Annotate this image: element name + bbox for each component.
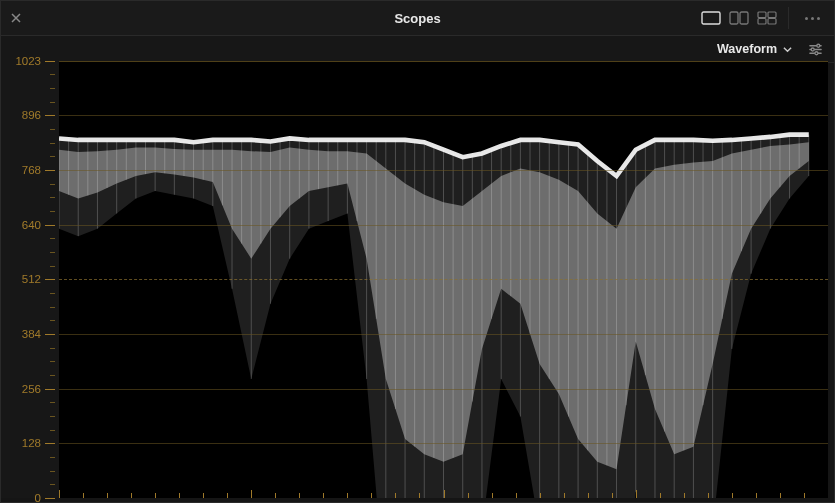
layout-dual-icon xyxy=(729,11,749,25)
layout-quad-icon xyxy=(757,11,777,25)
svg-point-11 xyxy=(811,48,814,51)
y-axis-minor-tick xyxy=(50,156,55,157)
scope-subbar: Waveform xyxy=(1,36,834,63)
y-axis-minor-tick xyxy=(50,457,55,458)
y-axis-minor-tick xyxy=(50,238,55,239)
y-axis-label: 0 xyxy=(35,492,41,503)
y-axis-tick xyxy=(45,279,55,280)
x-axis-tick-major xyxy=(59,490,60,498)
y-axis-tick xyxy=(45,389,55,390)
svg-rect-6 xyxy=(768,19,776,25)
gridline xyxy=(59,115,828,116)
layout-dual-button[interactable] xyxy=(728,10,750,26)
svg-point-10 xyxy=(816,44,819,47)
scope-type-dropdown[interactable]: Waveform xyxy=(713,40,796,58)
y-axis-label: 1023 xyxy=(15,55,41,67)
y-axis-minor-tick xyxy=(50,88,55,89)
y-axis-minor-tick xyxy=(50,402,55,403)
y-axis: 10238967686405123842561280 xyxy=(1,61,59,498)
scope-type-label: Waveform xyxy=(717,42,777,56)
y-axis-minor-tick xyxy=(50,416,55,417)
y-axis-minor-tick xyxy=(50,74,55,75)
y-axis-minor-tick xyxy=(50,293,55,294)
layout-button-group xyxy=(700,7,834,29)
x-axis-ticks xyxy=(59,490,828,498)
layout-quad-button[interactable] xyxy=(756,10,778,26)
gridline xyxy=(59,334,828,335)
scopes-panel: Scopes xyxy=(0,0,835,503)
x-axis-tick-major xyxy=(251,490,252,498)
y-axis-minor-tick xyxy=(50,361,55,362)
waveform-plot[interactable] xyxy=(59,61,828,498)
y-axis-label: 768 xyxy=(22,164,41,176)
y-axis-label: 256 xyxy=(22,383,41,395)
layout-single-icon xyxy=(701,11,721,25)
y-axis-label: 640 xyxy=(22,219,41,231)
y-axis-label: 128 xyxy=(22,437,41,449)
x-axis-tick-major xyxy=(636,490,637,498)
y-axis-minor-tick xyxy=(50,143,55,144)
more-options-button[interactable] xyxy=(799,17,826,20)
svg-rect-0 xyxy=(702,12,720,24)
y-axis-minor-tick xyxy=(50,320,55,321)
layout-single-button[interactable] xyxy=(700,10,722,26)
y-axis-minor-tick xyxy=(50,348,55,349)
gridline xyxy=(59,443,828,444)
y-axis-minor-tick xyxy=(50,197,55,198)
dot-icon xyxy=(817,17,820,20)
y-axis-tick xyxy=(45,443,55,444)
y-axis-tick xyxy=(45,225,55,226)
titlebar: Scopes xyxy=(1,1,834,36)
gridline xyxy=(59,170,828,171)
y-axis-minor-tick xyxy=(50,252,55,253)
gridline xyxy=(59,225,828,226)
y-axis-tick xyxy=(45,170,55,171)
svg-rect-4 xyxy=(768,12,776,18)
svg-rect-3 xyxy=(758,12,766,18)
y-axis-minor-tick xyxy=(50,307,55,308)
y-axis-label: 512 xyxy=(22,273,41,285)
y-axis-minor-tick xyxy=(50,471,55,472)
svg-point-12 xyxy=(814,51,817,54)
scope-settings-button[interactable] xyxy=(804,38,826,60)
gridline xyxy=(59,279,828,280)
gridline xyxy=(59,389,828,390)
close-button[interactable] xyxy=(1,1,31,35)
y-axis-minor-tick xyxy=(50,184,55,185)
close-icon xyxy=(11,13,21,23)
dot-icon xyxy=(805,17,808,20)
y-axis-minor-tick xyxy=(50,266,55,267)
sliders-icon xyxy=(808,42,823,57)
y-axis-minor-tick xyxy=(50,129,55,130)
y-axis-minor-tick xyxy=(50,211,55,212)
y-axis-tick xyxy=(45,334,55,335)
y-axis-label: 384 xyxy=(22,328,41,340)
dot-icon xyxy=(811,17,814,20)
chevron-down-icon xyxy=(783,45,792,54)
scope-area: 10238967686405123842561280 xyxy=(1,61,834,498)
y-axis-tick xyxy=(45,61,55,62)
y-axis-minor-tick xyxy=(50,375,55,376)
x-axis-tick-major xyxy=(444,490,445,498)
y-axis-minor-tick xyxy=(50,102,55,103)
y-axis-label: 896 xyxy=(22,109,41,121)
svg-rect-1 xyxy=(730,12,738,24)
svg-rect-2 xyxy=(740,12,748,24)
separator xyxy=(788,7,789,29)
gridline xyxy=(59,61,828,62)
y-axis-tick xyxy=(45,115,55,116)
y-axis-minor-tick xyxy=(50,430,55,431)
svg-rect-5 xyxy=(758,19,766,25)
y-axis-minor-tick xyxy=(50,484,55,485)
y-axis-tick xyxy=(45,498,55,499)
